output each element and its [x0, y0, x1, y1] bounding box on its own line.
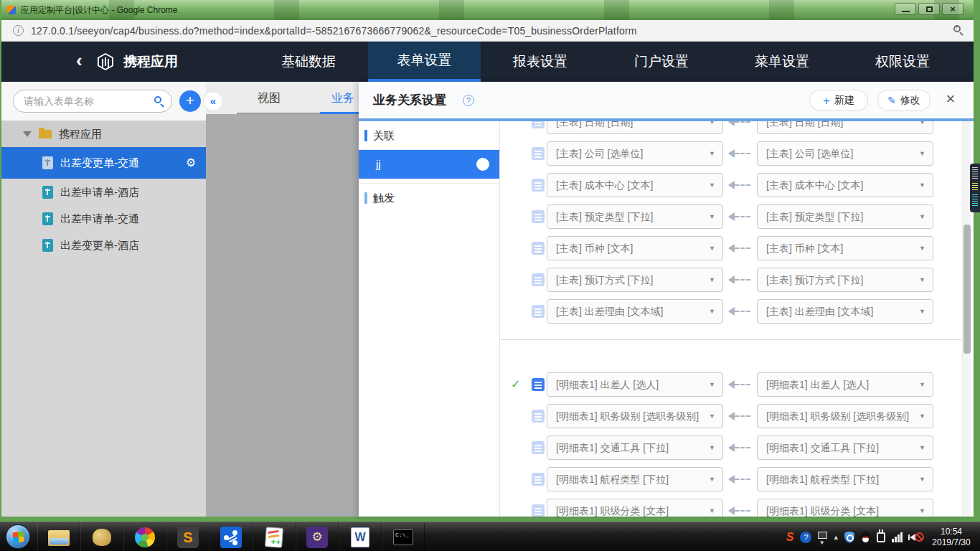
scrollbar-thumb[interactable] — [963, 225, 971, 354]
add-form-button[interactable]: + — [179, 90, 201, 112]
remove-relation-icon[interactable] — [476, 158, 489, 171]
taskbar-item-word[interactable] — [339, 523, 382, 551]
address-bar[interactable]: i 127.0.0.1/seeyon/cap4/business.do?meth… — [1, 20, 974, 42]
url-text[interactable]: 127.0.0.1/seeyon/cap4/business.do?method… — [31, 25, 637, 37]
target-field-select[interactable]: [主表] 日期 [日期]▼ — [547, 121, 723, 134]
taskbar-item-explorer[interactable] — [37, 523, 80, 551]
form-search-box[interactable] — [13, 90, 172, 113]
tray-network-signal-icon[interactable] — [892, 532, 903, 542]
form-field-icon — [532, 273, 545, 286]
tray-security-shield-icon[interactable] — [844, 532, 854, 543]
gear-icon[interactable]: ⚙ — [186, 147, 196, 179]
sidebar-item-apply-hotel[interactable]: 出差申请单-酒店 — [1, 179, 206, 205]
field-mapping-area: [主表] 日期 [日期]▼[主表] 日期 [日期]▼[主表] 公司 [选单位]▼… — [501, 121, 962, 517]
source-field-select[interactable]: [明细表1] 出差人 [选人]▼ — [757, 372, 933, 397]
page-info-icon[interactable]: i — [13, 25, 24, 36]
source-field-select[interactable]: [主表] 日期 [日期]▼ — [757, 121, 933, 134]
map-direction-arrow-icon — [728, 412, 753, 420]
panel-header: 业务关系设置 ? + 新建 ✎ 修改 × — [359, 82, 974, 118]
nav-tab-permission-settings[interactable]: 权限设置 — [845, 42, 960, 82]
colorful-browser-icon — [135, 527, 155, 547]
nav-tab-menu-settings[interactable]: 菜单设置 — [725, 42, 839, 82]
sidebar-item-apply-traffic[interactable]: 出差申请单-交通 — [1, 205, 206, 232]
chevron-down-icon: ▼ — [709, 174, 715, 197]
target-field-select-value: [主表] 预订方式 [下拉] — [556, 274, 653, 286]
target-field-select[interactable]: [明细表1] 职级分类 [文本]▼ — [547, 499, 723, 517]
search-input[interactable] — [24, 90, 146, 112]
sidebar-item-change-hotel[interactable]: 出差变更单-酒店 — [1, 232, 206, 258]
docked-sidebar-widget[interactable] — [970, 164, 980, 212]
taskbar-item-navicat[interactable] — [80, 523, 123, 551]
target-field-select[interactable]: [明细表1] 交通工具 [下拉]▼ — [547, 435, 723, 460]
taskbar-item-colorful-browser[interactable] — [123, 523, 166, 551]
source-field-select[interactable]: [主表] 出差理由 [文本域]▼ — [757, 299, 933, 324]
target-field-select[interactable]: [主表] 公司 [选单位]▼ — [547, 141, 723, 166]
source-field-select[interactable]: [主表] 公司 [选单位]▼ — [757, 141, 933, 166]
help-icon[interactable]: ? — [463, 95, 474, 106]
source-field-select[interactable]: [主表] 预订方式 [下拉]▼ — [757, 268, 933, 292]
window-titlebar[interactable]: 应用定制平台|设计中心 - Google Chrome × — [1, 0, 974, 20]
target-field-select[interactable]: [主表] 预订方式 [下拉]▼ — [547, 268, 723, 292]
relation-marker-icon — [364, 130, 367, 141]
sidebar-item-change-traffic[interactable]: 出差变更单-交通⚙ — [1, 147, 206, 179]
taskbar-item-cmd[interactable] — [382, 523, 425, 551]
tray-window-switcher-icon[interactable] — [818, 532, 827, 539]
relation-item-association[interactable]: 关联 — [359, 121, 499, 150]
search-icon[interactable] — [154, 96, 161, 103]
tree-folder-row[interactable]: 携程应用 — [1, 121, 206, 147]
source-field-select[interactable]: [明细表1] 航程类型 [下拉]▼ — [757, 467, 933, 491]
chevron-down-icon: ▼ — [919, 405, 925, 428]
target-field-select[interactable]: [明细表1] 出差人 [选人]▼ — [547, 372, 723, 397]
nav-tab-form-settings[interactable]: 表单设置 — [368, 42, 481, 82]
chevron-expand-icon[interactable] — [23, 131, 32, 137]
target-field-select-value: [主表] 公司 [选单位] — [556, 148, 643, 159]
tray-volume-muted-icon[interactable] — [910, 532, 924, 542]
target-field-select[interactable]: [明细表1] 职务级别 [选职务级别]▼ — [547, 404, 723, 428]
tray-qq-icon[interactable] — [861, 532, 870, 543]
start-button[interactable] — [6, 524, 30, 549]
edit-button[interactable]: ✎ 修改 — [877, 90, 930, 111]
taskbar-clock[interactable]: 10:54 2019/7/30 — [927, 527, 976, 548]
map-direction-arrow-icon — [728, 149, 753, 158]
collapse-sidebar-button[interactable]: « — [203, 91, 223, 111]
close-panel-button[interactable]: × — [942, 90, 959, 108]
target-field-select[interactable]: [明细表1] 航程类型 [下拉]▼ — [547, 467, 723, 491]
source-field-select[interactable]: [明细表1] 交通工具 [下拉]▼ — [757, 435, 933, 460]
chevron-down-icon: ▼ — [709, 300, 715, 323]
tab-view[interactable]: 视图 — [249, 82, 289, 114]
source-field-select[interactable]: [主表] 币种 [文本]▼ — [757, 236, 933, 260]
source-field-select-value: [主表] 币种 [文本] — [766, 242, 843, 254]
zoom-page-icon[interactable] — [953, 25, 961, 32]
target-field-select[interactable]: [主表] 成本中心 [文本]▼ — [547, 173, 723, 197]
back-button[interactable]: ‹ — [76, 42, 83, 82]
close-window-button[interactable]: × — [942, 3, 963, 15]
maximize-button[interactable] — [918, 3, 940, 15]
source-field-select[interactable]: [主表] 预定类型 [下拉]▼ — [757, 204, 933, 229]
tray-clipboard-plug-icon[interactable] — [877, 532, 885, 542]
map-direction-arrow-icon — [728, 380, 753, 389]
taskbar-item-javaee-ide[interactable] — [296, 523, 339, 551]
nav-tab-base-data[interactable]: 基础数据 — [251, 42, 366, 82]
tray-sogou-input-icon[interactable] — [786, 532, 794, 543]
tray-help-icon[interactable] — [800, 532, 811, 543]
taskbar-item-sublime-text[interactable] — [166, 523, 209, 551]
source-field-select[interactable]: [明细表1] 职务级别 [选职务级别]▼ — [757, 404, 933, 428]
tab-business[interactable]: 业务 — [324, 82, 362, 114]
tray-show-hidden-icon[interactable] — [834, 532, 838, 542]
source-field-select[interactable]: [明细表1] 职级分类 [文本]▼ — [757, 499, 933, 517]
target-field-select[interactable]: [主表] 出差理由 [文本域]▼ — [547, 299, 723, 324]
target-field-select[interactable]: [主表] 币种 [文本]▼ — [547, 236, 723, 260]
minimize-button[interactable] — [895, 3, 916, 15]
nav-tab-report-settings[interactable]: 报表设置 — [483, 42, 598, 82]
taskbar-item-notepad-plus-plus[interactable] — [253, 523, 296, 551]
map-direction-arrow-icon — [728, 443, 753, 452]
relation-item-trigger[interactable]: 触发 — [359, 183, 499, 212]
chevron-down-icon: ▼ — [709, 468, 715, 491]
taskbar-item-share-app[interactable] — [209, 523, 253, 551]
relation-item-jj[interactable]: jj — [359, 150, 499, 179]
new-button[interactable]: + 新建 — [809, 90, 868, 111]
target-field-select[interactable]: [主表] 预定类型 [下拉]▼ — [547, 204, 723, 229]
source-field-select[interactable]: [主表] 成本中心 [文本]▼ — [757, 173, 933, 197]
plus-icon: + — [823, 95, 830, 107]
nav-tab-portal-settings[interactable]: 门户设置 — [604, 42, 719, 82]
